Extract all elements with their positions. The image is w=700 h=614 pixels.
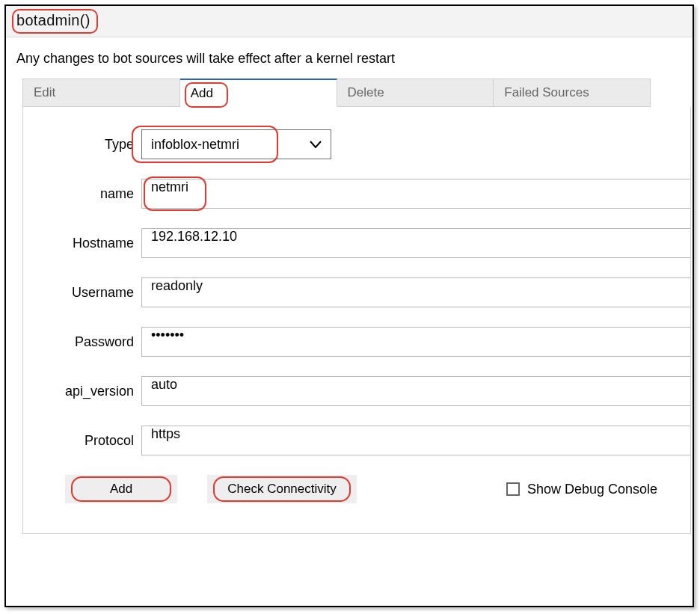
api-version-input[interactable]: auto — [141, 376, 690, 406]
debug-checkbox-label: Show Debug Console — [527, 482, 657, 497]
type-label: Type — [23, 137, 141, 153]
add-button[interactable]: Add — [65, 475, 177, 503]
type-select-value: infoblox-netmri — [151, 137, 239, 153]
name-input[interactable]: netmri — [141, 179, 690, 209]
check-connectivity-button[interactable]: Check Connectivity — [207, 475, 357, 503]
tab-bar: Edit Add Delete Failed Sources — [22, 79, 651, 107]
panel-content: Any changes to bot sources will take eff… — [6, 37, 693, 534]
api-version-label: api_version — [23, 384, 141, 399]
tab-edit[interactable]: Edit — [22, 79, 180, 107]
tab-add[interactable]: Add — [180, 79, 337, 107]
debug-checkbox-wrap[interactable]: Show Debug Console — [506, 482, 657, 497]
tab-failed-sources[interactable]: Failed Sources — [494, 79, 651, 107]
name-label: name — [23, 186, 141, 202]
password-label: Password — [23, 334, 141, 350]
username-input[interactable]: readonly — [141, 277, 690, 307]
panel-title: botadmin() — [16, 12, 90, 29]
hostname-label: Hostname — [23, 236, 141, 251]
protocol-label: Protocol — [23, 433, 141, 449]
title-bar: botadmin() — [6, 6, 693, 37]
username-label: Username — [23, 285, 141, 301]
notice-text: Any changes to bot sources will take eff… — [16, 51, 685, 67]
admin-panel: botadmin() Any changes to bot sources wi… — [4, 4, 694, 607]
add-form: Type infoblox-netmri name netmri Hostnam… — [22, 107, 691, 534]
type-select[interactable]: infoblox-netmri — [141, 129, 331, 159]
button-row: Add Check Connectivity Show Debug Consol… — [23, 475, 690, 503]
hostname-input[interactable]: 192.168.12.10 — [141, 228, 690, 258]
tab-delete[interactable]: Delete — [337, 79, 494, 107]
password-input[interactable]: ••••••• — [141, 327, 690, 357]
chevron-down-icon — [310, 138, 322, 150]
protocol-input[interactable]: https — [141, 426, 690, 455]
checkbox-icon[interactable] — [506, 482, 520, 496]
